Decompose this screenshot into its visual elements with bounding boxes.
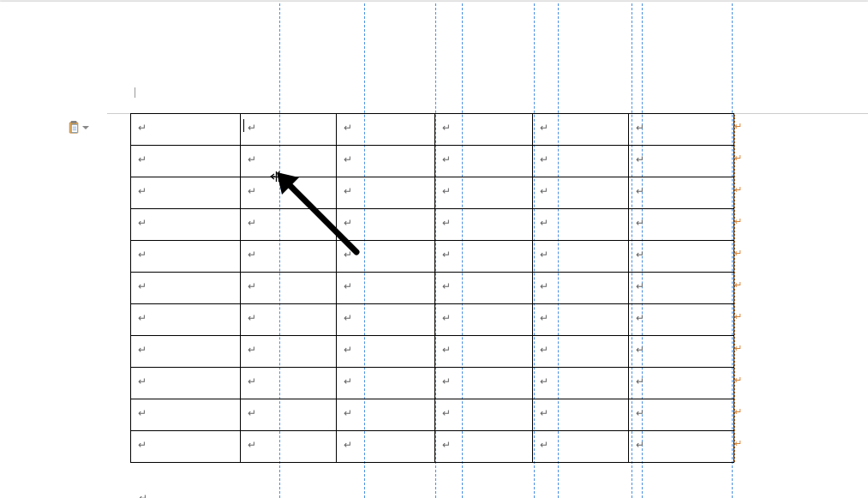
table-cell[interactable]: ↵↵ — [629, 336, 734, 368]
paragraph-mark: ↵ — [248, 312, 256, 324]
table-cell[interactable]: ↵ — [533, 146, 629, 177]
table-cell[interactable]: ↵ — [337, 273, 435, 304]
table-cell[interactable]: ↵↵ — [629, 304, 734, 336]
document-table[interactable]: ↵↵↵↵↵↵↵↵↵↵↵↵↵↵↵↵↵↵↵↵↵↵↵↵↵↵↵↵↵↵↵↵↵↵↵↵↵↵↵↵… — [130, 113, 734, 463]
table-row: ↵↵↵↵↵↵↵ — [131, 114, 734, 146]
table-cell[interactable]: ↵ — [337, 399, 435, 431]
table-cell[interactable]: ↵↵ — [629, 399, 734, 431]
table-cell[interactable]: ↵ — [241, 146, 337, 177]
table-cell[interactable]: ↵ — [131, 273, 241, 304]
table-cell[interactable]: ↵ — [337, 114, 435, 146]
table-cell[interactable]: ↵ — [435, 177, 533, 209]
paragraph-mark: ↵ — [138, 280, 147, 292]
table-cell[interactable]: ↵ — [533, 209, 629, 241]
table-cell[interactable]: ↵ — [337, 241, 435, 273]
table-cell[interactable]: ↵↵ — [629, 146, 734, 177]
table-cell[interactable]: ↵ — [241, 399, 337, 431]
table-cell[interactable]: ↵ — [337, 336, 435, 368]
table-cell[interactable]: ↵ — [533, 336, 629, 368]
table-cell[interactable]: ↵↵ — [629, 273, 734, 304]
table-cell[interactable]: ↵ — [337, 431, 435, 463]
table-cell[interactable]: ↵ — [337, 368, 435, 399]
paragraph-mark: ↵ — [344, 344, 352, 356]
table-cell[interactable]: ↵ — [435, 241, 533, 273]
table-cell[interactable]: ↵↵ — [629, 431, 734, 463]
paste-options-button[interactable] — [68, 120, 90, 135]
table-cell[interactable]: ↵ — [131, 368, 241, 399]
table-cell[interactable]: ↵ — [131, 209, 241, 241]
table-row: ↵↵↵↵↵↵↵ — [131, 241, 734, 273]
table-cell[interactable]: ↵ — [435, 399, 533, 431]
paragraph-mark: ↵ — [540, 439, 548, 451]
table-cell[interactable]: ↵ — [241, 241, 337, 273]
table-cell[interactable]: ↵ — [533, 399, 629, 431]
table-cell[interactable]: ↵ — [241, 209, 337, 241]
paragraph-mark: ↵ — [248, 375, 256, 387]
table-cell[interactable]: ↵ — [337, 177, 435, 209]
table-cell[interactable]: ↵ — [241, 177, 337, 209]
table-cell[interactable]: ↵ — [131, 114, 241, 146]
paragraph-mark: ↵ — [636, 217, 644, 229]
row-end-mark: ↵ — [734, 121, 742, 132]
table-cell[interactable]: ↵ — [131, 304, 241, 336]
table-cell[interactable]: ↵ — [533, 241, 629, 273]
dropdown-arrow-icon — [82, 126, 89, 129]
paragraph-mark: ↵ — [636, 375, 644, 387]
paragraph-mark: ↵ — [636, 344, 644, 356]
paragraph-mark: ↵ — [344, 439, 352, 451]
table-cell[interactable]: ↵ — [337, 209, 435, 241]
paragraph-mark: ↵ — [442, 312, 451, 324]
document-page: ↵↵↵↵↵↵↵↵↵↵↵↵↵↵↵↵↵↵↵↵↵↵↵↵↵↵↵↵↵↵↵↵↵↵↵↵↵↵↵↵… — [0, 2, 868, 498]
paragraph-mark: ↵ — [344, 249, 352, 261]
table-cell[interactable]: ↵ — [337, 304, 435, 336]
paragraph-mark: ↵ — [139, 492, 147, 498]
table-cell[interactable]: ↵ — [241, 304, 337, 336]
table-cell[interactable]: ↵ — [241, 114, 337, 146]
paragraph-mark: ↵ — [248, 217, 256, 229]
table-cell[interactable]: ↵ — [241, 368, 337, 399]
paragraph-mark: ↵ — [636, 439, 644, 451]
table-cell[interactable]: ↵ — [435, 431, 533, 463]
table-cell[interactable]: ↵ — [337, 146, 435, 177]
table-cell[interactable]: ↵ — [131, 431, 241, 463]
table-cell[interactable]: ↵ — [241, 336, 337, 368]
table-cell[interactable]: ↵↵ — [629, 177, 734, 209]
paragraph-mark: ↵ — [248, 407, 256, 419]
paragraph-mark: ↵ — [344, 122, 352, 134]
table-cell[interactable]: ↵↵ — [629, 368, 734, 399]
table-cell[interactable]: ↵ — [533, 273, 629, 304]
table-cell[interactable]: ↵ — [131, 241, 241, 273]
paragraph-mark: ↵ — [344, 153, 352, 165]
table-cell[interactable]: ↵ — [435, 368, 533, 399]
table-cell[interactable]: ↵ — [533, 114, 629, 146]
paragraph-mark: ↵ — [540, 249, 548, 261]
table-cell[interactable]: ↵↵ — [629, 241, 734, 273]
table-cell[interactable]: ↵ — [131, 146, 241, 177]
paragraph-mark: ↵ — [138, 153, 147, 165]
row-end-mark: ↵ — [734, 311, 742, 322]
table-cell[interactable]: ↵ — [533, 368, 629, 399]
table-cell[interactable]: ↵ — [435, 114, 533, 146]
table-cell[interactable]: ↵ — [131, 177, 241, 209]
table-cell[interactable]: ↵ — [435, 146, 533, 177]
table-cell[interactable]: ↵↵ — [629, 114, 734, 146]
table-cell[interactable]: ↵↵ — [629, 209, 734, 241]
paragraph-mark: ↵ — [540, 217, 548, 229]
paragraph-mark: ↵ — [138, 122, 147, 134]
table-row: ↵↵↵↵↵↵↵ — [131, 209, 734, 241]
table-cell[interactable]: ↵ — [435, 336, 533, 368]
paragraph-mark: ↵ — [138, 407, 147, 419]
table-cell[interactable]: ↵ — [533, 431, 629, 463]
paragraph-mark: ↵ — [248, 122, 256, 134]
paragraph-mark: ↵ — [540, 312, 548, 324]
table-cell[interactable]: ↵ — [131, 336, 241, 368]
table-cell[interactable]: ↵ — [533, 304, 629, 336]
table-cell[interactable]: ↵ — [435, 209, 533, 241]
table-cell[interactable]: ↵ — [435, 273, 533, 304]
table-cell[interactable]: ↵ — [533, 177, 629, 209]
table-cell[interactable]: ↵ — [131, 399, 241, 431]
table-cell[interactable]: ↵ — [435, 304, 533, 336]
table-cell[interactable]: ↵ — [241, 431, 337, 463]
svg-rect-1 — [71, 121, 76, 123]
table-cell[interactable]: ↵ — [241, 273, 337, 304]
